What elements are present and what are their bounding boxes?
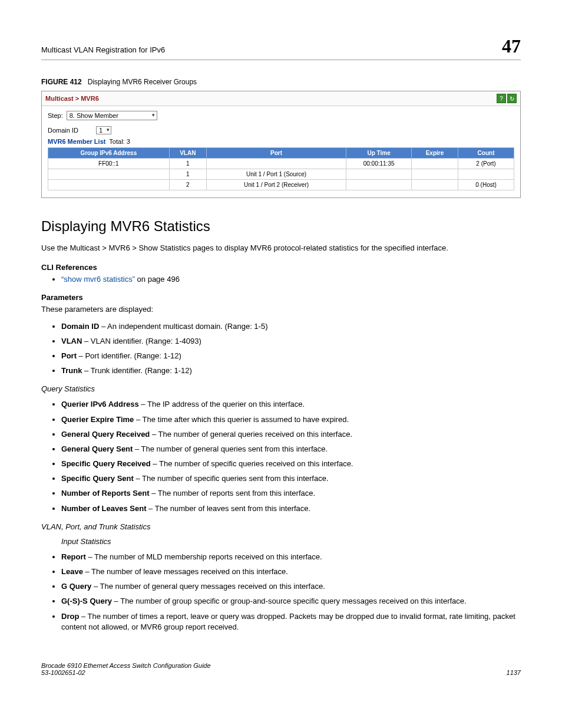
param-desc: – Trunk identifier. (Range: 1-12) [82,366,191,375]
list-item: Leave – The number of leave messages rec… [61,566,521,577]
param-term: Leave [61,567,83,576]
domain-row: Domain ID 1 [48,126,514,134]
input-statistics-heading: Input Statistics [61,537,521,546]
col-vlan: VLAN [169,148,206,159]
param-term: Specific Query Received [61,459,151,468]
table-cell: 1 [169,159,206,169]
col-group: Group IPv6 Address [48,148,170,159]
list-item: G Query – The number of general query me… [61,581,521,592]
param-term: Report [61,552,86,561]
footer-doc-title: Brocade 6910 Ethernet Access Switch Conf… [41,662,211,669]
param-desc: – The number of leave messages received … [83,567,288,576]
panel-icons: ? ↻ [497,94,517,103]
breadcrumb: Multicast > MVR6 [45,95,99,102]
table-cell [206,159,346,169]
col-port: Port [206,148,346,159]
figure-label: FIGURE 412 [41,78,82,86]
table-cell: 1 [169,169,206,180]
param-term: Specific Query Sent [61,474,134,483]
step-label: Step: [48,112,63,119]
list-item: Number of Leaves Sent – The number of le… [61,503,521,514]
list-total: Total: 3 [109,138,130,145]
col-expire: Expire [411,148,458,159]
param-desc: – The number of specific queries receive… [151,459,353,468]
list-item: Domain ID – An independent multicast dom… [61,321,521,332]
table-cell [346,180,412,190]
list-item: Querier IPv6 Address – The IP address of… [61,399,521,410]
param-term: Querier IPv6 Address [61,400,139,409]
col-uptime: Up Time [346,148,412,159]
chapter-number: 47 [502,35,521,57]
cli-link[interactable]: “show mvr6 statistics” [61,275,135,284]
param-desc: – The number of times a report, leave or… [61,612,515,631]
footer-left: Brocade 6910 Ethernet Access Switch Conf… [41,662,211,676]
list-item: General Query Received – The number of g… [61,429,521,440]
table-header-row: Group IPv6 Address VLAN Port Up Time Exp… [48,148,514,159]
refresh-icon[interactable]: ↻ [507,94,517,103]
list-item: Trunk – Trunk identifier. (Range: 1-12) [61,365,521,376]
page-footer: Brocade 6910 Ethernet Access Switch Conf… [41,662,521,676]
param-desc: – The number of general query messages r… [91,582,325,591]
table-cell: 2 (Port) [458,159,514,169]
param-desc: – The number of leaves sent from this in… [147,504,311,513]
list-item: “show mvr6 statistics” on page 496 [61,274,521,285]
table-row: 2Unit 1 / Port 2 (Receiver)0 (Host) [48,180,514,190]
list-title: MVR6 Member List [48,138,105,145]
table-cell [346,169,412,180]
col-count: Count [458,148,514,159]
param-term: G(-S)-S Query [61,597,112,605]
domain-select[interactable]: 1 [96,126,111,134]
param-term: Port [61,351,77,360]
param-term: G Query [61,582,91,591]
footer-doc-number: 53-1002651-02 [41,669,211,676]
table-row: FF00::1100:00:11:352 (Port) [48,159,514,169]
figure-panel: Multicast > MVR6 ? ↻ Step: 8. Show Membe… [41,91,521,198]
param-desc: – VLAN identifier. (Range: 1-4093) [82,337,201,345]
page-header: Multicast VLAN Registration for IPv6 47 [41,35,521,60]
param-desc: – The number of general queries sent fro… [133,444,328,453]
param-desc: – Port identifier. (Range: 1-12) [77,351,181,360]
param-desc: – The number of general queries received… [150,430,352,439]
parameters-heading: Parameters [41,293,521,302]
figure-caption: FIGURE 412 Displaying MVR6 Receiver Grou… [41,78,521,86]
param-term: Drop [61,612,79,621]
param-term: Querier Expire Time [61,415,134,424]
param-term: General Query Sent [61,444,133,453]
param-term: General Query Received [61,430,150,439]
param-desc: – The number of reports sent from this i… [150,489,316,498]
list-item: Querier Expire Time – The time after whi… [61,414,521,425]
member-list-title: MVR6 Member List Total: 3 [48,138,514,145]
table-cell: FF00::1 [48,159,170,169]
table-cell [458,169,514,180]
list-item: VLAN – VLAN identifier. (Range: 1-4093) [61,336,521,347]
table-cell: 2 [169,180,206,190]
domain-label: Domain ID [48,127,78,134]
panel-body: Step: 8. Show Member Domain ID 1 MVR6 Me… [42,106,520,197]
cli-link-suffix: on page 496 [135,275,180,284]
table-cell [411,169,458,180]
param-term: Trunk [61,366,82,375]
input-statistics-list: Report – The number of MLD membership re… [41,552,521,633]
help-icon[interactable]: ? [497,94,506,103]
list-item: Drop – The number of times a report, lea… [61,611,521,633]
step-select[interactable]: 8. Show Member [67,111,157,120]
query-statistics-list: Querier IPv6 Address – The IP address of… [41,399,521,514]
table-cell: 0 (Host) [458,180,514,190]
table-cell [411,159,458,169]
table-cell: Unit 1 / Port 2 (Receiver) [206,180,346,190]
param-desc: – The number of specific queries sent fr… [134,474,329,483]
step-row: Step: 8. Show Member [48,111,514,120]
list-item: Specific Query Sent – The number of spec… [61,473,521,484]
param-desc: – An independent multicast domain. (Rang… [99,322,267,331]
panel-header: Multicast > MVR6 ? ↻ [42,91,520,106]
list-item: Specific Query Received – The number of … [61,459,521,469]
cli-references-heading: CLI References [41,263,521,272]
param-term: Number of Reports Sent [61,489,150,498]
parameters-list: Domain ID – An independent multicast dom… [41,321,521,377]
param-term: Number of Leaves Sent [61,504,147,513]
table-cell [48,169,170,180]
member-table: Group IPv6 Address VLAN Port Up Time Exp… [48,147,514,190]
param-desc: – The number of group specific or group-… [112,597,467,605]
list-item: Report – The number of MLD membership re… [61,552,521,562]
section-heading: Displaying MVR6 Statistics [41,218,521,235]
